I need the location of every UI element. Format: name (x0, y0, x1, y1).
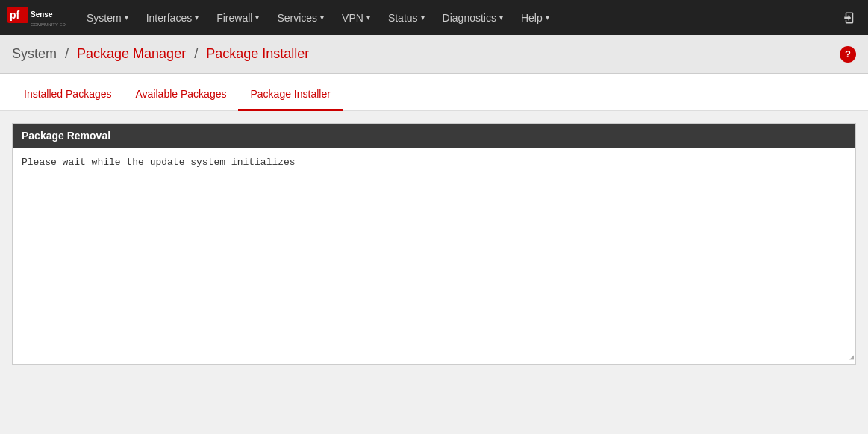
tab-package-installer[interactable]: Package Installer (238, 79, 342, 111)
help-button[interactable]: ? (840, 46, 856, 63)
nav-firewall[interactable]: Firewall ▾ (207, 0, 268, 35)
breadcrumb-bar: System / Package Manager / Package Insta… (0, 35, 868, 74)
nav-items: System ▾ Interfaces ▾ Firewall ▾ Service… (78, 0, 837, 35)
main-content: Package Removal Please wait while the up… (0, 111, 868, 377)
tabs-container: Installed Packages Available Packages Pa… (0, 74, 868, 111)
chevron-down-icon: ▾ (546, 13, 549, 22)
nav-diagnostics[interactable]: Diagnostics ▾ (434, 0, 512, 35)
svg-text:Sense: Sense (31, 10, 53, 19)
nav-help[interactable]: Help ▾ (512, 0, 558, 35)
chevron-down-icon: ▾ (125, 13, 128, 22)
breadcrumb: System / Package Manager / Package Insta… (12, 46, 309, 62)
nav-vpn[interactable]: VPN ▾ (333, 0, 379, 35)
nav-interfaces[interactable]: Interfaces ▾ (137, 0, 207, 35)
breadcrumb-package-installer: Package Installer (206, 46, 309, 61)
chevron-down-icon: ▾ (421, 13, 425, 22)
brand-logo: pf Sense COMMUNITY EDITION (6, 4, 66, 32)
breadcrumb-sep-1: / (65, 46, 72, 61)
package-removal-panel: Package Removal Please wait while the up… (12, 123, 856, 365)
breadcrumb-system: System (12, 46, 57, 61)
resize-handle[interactable]: ◢ (845, 353, 854, 362)
nav-status[interactable]: Status ▾ (379, 0, 434, 35)
tab-installed-packages[interactable]: Installed Packages (12, 79, 124, 111)
chevron-down-icon: ▾ (195, 13, 199, 22)
breadcrumb-sep-2: / (194, 46, 202, 61)
svg-text:COMMUNITY EDITION: COMMUNITY EDITION (31, 22, 66, 27)
nav-services[interactable]: Services ▾ (268, 0, 333, 35)
nav-system[interactable]: System ▾ (78, 0, 137, 35)
navbar: pf Sense COMMUNITY EDITION System ▾ Inte… (0, 0, 868, 35)
tab-available-packages[interactable]: Available Packages (124, 79, 239, 111)
chevron-down-icon: ▾ (255, 13, 259, 22)
chevron-down-icon: ▾ (366, 13, 370, 22)
panel-body: Please wait while the update system init… (13, 148, 855, 364)
status-text: Please wait while the update system init… (22, 157, 296, 168)
chevron-down-icon: ▾ (499, 13, 503, 22)
chevron-down-icon: ▾ (320, 13, 324, 22)
logout-button[interactable] (837, 0, 862, 35)
breadcrumb-package-manager[interactable]: Package Manager (77, 46, 186, 61)
panel-title: Package Removal (13, 124, 855, 148)
svg-text:pf: pf (10, 9, 20, 21)
